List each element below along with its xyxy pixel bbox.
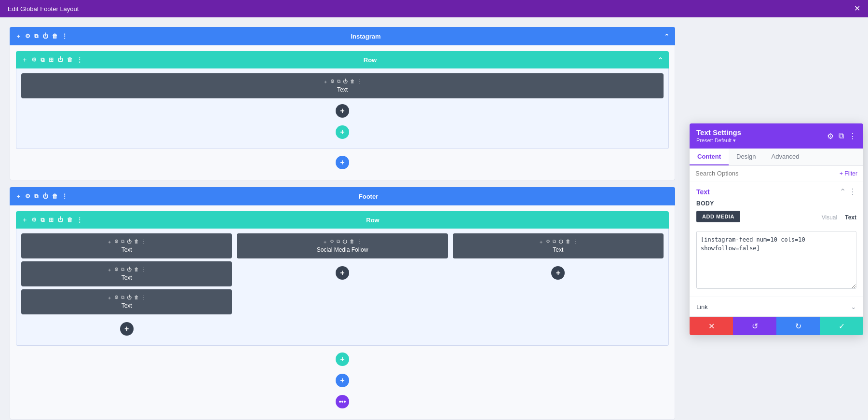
visual-tab[interactable]: Visual — [822, 214, 837, 221]
c3-copy[interactable]: ⧉ — [553, 239, 556, 245]
text-module-col3[interactable]: ＋ ⚙ ⧉ ⏻ 🗑 ⋮ Text — [453, 233, 664, 258]
frow-power-icon[interactable]: ⏻ — [57, 217, 63, 223]
mod-delete[interactable]: 🗑 — [350, 79, 355, 85]
frow-delete-icon[interactable]: 🗑 — [67, 217, 73, 223]
footer-section-header[interactable]: ＋ ⚙ ⧉ ⏻ 🗑 ⋮ Footer — [10, 187, 675, 205]
c1-add[interactable]: ＋ — [107, 239, 112, 245]
footer-settings-icon[interactable]: ⚙ — [25, 193, 30, 200]
frow-columns-icon[interactable]: ⊞ — [49, 217, 54, 223]
text-module-col1-2[interactable]: ＋ ⚙ ⧉ ⏻ 🗑 ⋮ Text — [21, 261, 232, 286]
row-columns-icon[interactable]: ⊞ — [49, 56, 54, 63]
mod-settings[interactable]: ⚙ — [330, 79, 335, 85]
footer-power-icon[interactable]: ⏻ — [42, 193, 48, 200]
tab-advanced[interactable]: Advanced — [764, 149, 807, 165]
c12-add[interactable]: ＋ — [107, 267, 112, 273]
move-icon[interactable]: ＋ — [15, 32, 21, 41]
col2-add-btn[interactable]: + — [336, 266, 349, 280]
instagram-collapse-icon[interactable]: ⌃ — [664, 33, 669, 40]
frow-copy-icon[interactable]: ⧉ — [41, 217, 45, 223]
cancel-button[interactable]: ✕ — [690, 317, 733, 335]
c1-power[interactable]: ⏻ — [127, 239, 132, 245]
row-power-icon[interactable]: ⏻ — [57, 56, 63, 63]
row-settings-icon[interactable]: ⚙ — [31, 56, 37, 63]
link-chevron-icon[interactable]: ⌄ — [851, 303, 856, 311]
text-tab[interactable]: Text — [845, 214, 856, 221]
c1-delete[interactable]: 🗑 — [134, 239, 139, 245]
instagram-section-header[interactable]: ＋ ⚙ ⧉ ⏻ 🗑 ⋮ Instagram ⌃ — [10, 27, 675, 45]
c1-copy[interactable]: ⧉ — [121, 239, 124, 245]
footer-copy-icon[interactable]: ⧉ — [34, 193, 39, 200]
c12-delete[interactable]: 🗑 — [134, 267, 139, 273]
footer-move-icon[interactable]: ＋ — [15, 192, 21, 201]
row-copy-icon[interactable]: ⧉ — [41, 56, 45, 63]
text-module-instagram[interactable]: ＋ ⚙ ⧉ ⏻ 🗑 ⋮ Text — [21, 73, 664, 98]
search-input[interactable] — [695, 170, 836, 177]
footer-more-options[interactable]: ••• — [336, 395, 349, 408]
c12-power[interactable]: ⏻ — [127, 267, 132, 273]
row-more-icon[interactable]: ⋮ — [77, 56, 82, 63]
frow-settings-icon[interactable]: ⚙ — [31, 217, 37, 223]
c12-copy[interactable]: ⧉ — [121, 267, 124, 273]
row-delete-icon[interactable]: 🗑 — [67, 56, 73, 63]
add-module-btn-1[interactable]: + — [336, 104, 349, 118]
text-module-col1-3[interactable]: ＋ ⚙ ⧉ ⏻ 🗑 ⋮ Text — [21, 289, 232, 314]
footer-add-section[interactable]: + — [336, 374, 349, 387]
more-icon[interactable]: ⋮ — [62, 33, 68, 40]
c13-more[interactable]: ⋮ — [141, 295, 146, 301]
close-button[interactable]: ✕ — [854, 5, 860, 13]
c3-power[interactable]: ⏻ — [558, 239, 563, 245]
footer-more-icon[interactable]: ⋮ — [62, 193, 68, 200]
row-move-icon[interactable]: ＋ — [22, 56, 27, 64]
c1-more[interactable]: ⋮ — [141, 239, 146, 245]
social-module-col2[interactable]: ＋ ⚙ ⧉ ⏻ 🗑 ⋮ Social Media Follow — [237, 233, 448, 258]
instagram-row-header[interactable]: ＋ ⚙ ⧉ ⊞ ⏻ 🗑 ⋮ Row ⌃ — [16, 51, 669, 68]
footer-add-row[interactable]: + — [336, 352, 349, 366]
settings-icon[interactable]: ⚙ — [25, 33, 30, 40]
c2-more[interactable]: ⋮ — [357, 239, 362, 245]
c2-delete[interactable]: 🗑 — [350, 239, 354, 245]
panel-more-icon[interactable]: ⋮ — [849, 132, 856, 141]
frow-more-icon[interactable]: ⋮ — [77, 217, 82, 223]
col1-add-btn[interactable]: + — [120, 322, 134, 336]
mod-more[interactable]: ⋮ — [357, 79, 362, 85]
c2-copy[interactable]: ⧉ — [337, 239, 340, 245]
undo-button[interactable]: ↺ — [733, 317, 776, 335]
c13-add[interactable]: ＋ — [107, 295, 112, 301]
c3-delete[interactable]: 🗑 — [566, 239, 570, 245]
add-section-btn-1[interactable]: + — [336, 156, 349, 169]
section-toggle[interactable]: ⌃ ⋮ — [840, 187, 856, 196]
tab-content[interactable]: Content — [690, 149, 729, 165]
c2-settings[interactable]: ⚙ — [330, 239, 334, 245]
c2-add[interactable]: ＋ — [323, 239, 327, 245]
panel-expand-icon[interactable]: ⧉ — [839, 132, 844, 140]
instagram-row-collapse[interactable]: ⌃ — [658, 56, 663, 64]
delete-icon[interactable]: 🗑 — [52, 33, 58, 40]
c3-more[interactable]: ⋮ — [573, 239, 578, 245]
c2-power[interactable]: ⏻ — [342, 239, 347, 245]
c13-power[interactable]: ⏻ — [127, 295, 132, 301]
c13-copy[interactable]: ⧉ — [121, 295, 124, 301]
footer-row-header[interactable]: ＋ ⚙ ⧉ ⊞ ⏻ 🗑 ⋮ Row — [16, 211, 669, 229]
c3-settings[interactable]: ⚙ — [546, 239, 550, 245]
frow-move-icon[interactable]: ＋ — [22, 216, 27, 224]
mod-copy[interactable]: ⧉ — [337, 79, 340, 85]
text-module-col1-1[interactable]: ＋ ⚙ ⧉ ⏻ 🗑 ⋮ Text — [21, 233, 232, 258]
copy-icon[interactable]: ⧉ — [34, 33, 39, 40]
c12-settings[interactable]: ⚙ — [114, 267, 119, 273]
tab-design[interactable]: Design — [729, 149, 763, 165]
confirm-button[interactable]: ✓ — [820, 317, 863, 335]
add-row-btn-1[interactable]: + — [336, 125, 349, 139]
c13-delete[interactable]: 🗑 — [134, 295, 139, 301]
filter-button[interactable]: + Filter — [840, 170, 857, 177]
footer-delete-icon[interactable]: 🗑 — [52, 193, 58, 200]
mod-add[interactable]: ＋ — [323, 79, 328, 85]
mod-power[interactable]: ⏻ — [343, 79, 348, 85]
col3-add-btn[interactable]: + — [551, 266, 565, 280]
content-textarea[interactable]: [instagram-feed num=10 cols=10 showfollo… — [696, 231, 856, 289]
panel-settings-icon[interactable]: ⚙ — [827, 132, 834, 141]
add-media-button[interactable]: ADD MEDIA — [696, 211, 740, 222]
c1-settings[interactable]: ⚙ — [114, 239, 119, 245]
c3-add[interactable]: ＋ — [539, 239, 543, 245]
power-icon[interactable]: ⏻ — [42, 33, 48, 40]
c12-more[interactable]: ⋮ — [141, 267, 146, 273]
